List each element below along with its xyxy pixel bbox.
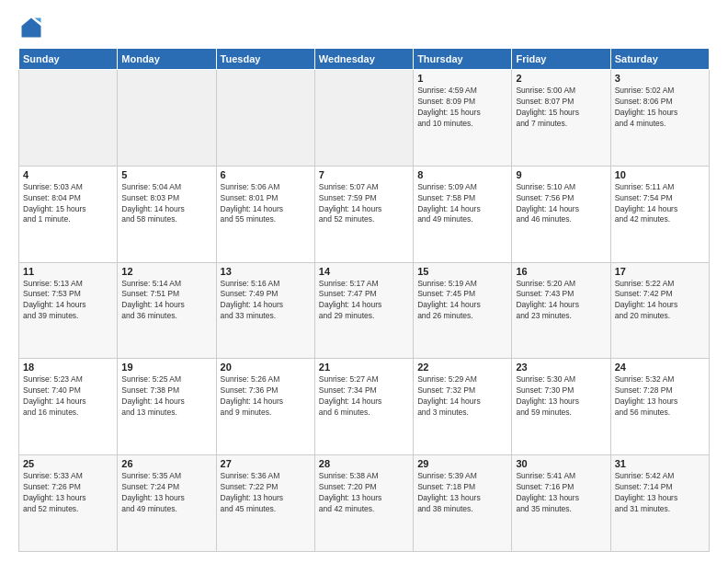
calendar-cell: 20Sunrise: 5:26 AM Sunset: 7:36 PM Dayli… — [216, 359, 314, 455]
day-info: Sunrise: 5:03 AM Sunset: 8:04 PM Dayligh… — [23, 182, 113, 226]
day-info: Sunrise: 5:30 AM Sunset: 7:30 PM Dayligh… — [516, 374, 606, 419]
calendar-cell — [19, 70, 118, 167]
calendar-cell: 14Sunrise: 5:17 AM Sunset: 7:47 PM Dayli… — [314, 262, 413, 359]
day-number: 4 — [23, 169, 113, 180]
day-number: 7 — [319, 169, 409, 180]
day-info: Sunrise: 5:00 AM Sunset: 8:07 PM Dayligh… — [516, 86, 606, 130]
calendar-cell: 13Sunrise: 5:16 AM Sunset: 7:49 PM Dayli… — [216, 262, 314, 359]
page: SundayMondayTuesdayWednesdayThursdayFrid… — [0, 0, 728, 563]
day-number: 2 — [516, 73, 606, 84]
day-info: Sunrise: 5:26 AM Sunset: 7:36 PM Dayligh… — [221, 374, 311, 419]
day-number: 18 — [23, 362, 113, 373]
calendar-cell: 7Sunrise: 5:07 AM Sunset: 7:59 PM Daylig… — [314, 166, 413, 262]
day-info: Sunrise: 5:42 AM Sunset: 7:14 PM Dayligh… — [615, 471, 705, 515]
day-info: Sunrise: 5:17 AM Sunset: 7:47 PM Dayligh… — [319, 279, 409, 323]
calendar-cell: 30Sunrise: 5:41 AM Sunset: 7:16 PM Dayli… — [512, 455, 610, 552]
calendar-cell: 23Sunrise: 5:30 AM Sunset: 7:30 PM Dayli… — [512, 359, 610, 455]
day-number: 26 — [121, 458, 211, 469]
weekday-header: Tuesday — [216, 49, 314, 70]
day-info: Sunrise: 5:06 AM Sunset: 8:01 PM Dayligh… — [221, 182, 311, 226]
day-number: 20 — [221, 362, 311, 373]
day-number: 5 — [121, 169, 211, 180]
day-info: Sunrise: 5:32 AM Sunset: 7:28 PM Dayligh… — [615, 374, 705, 419]
day-info: Sunrise: 5:14 AM Sunset: 7:51 PM Dayligh… — [121, 279, 211, 323]
day-number: 10 — [615, 169, 705, 180]
calendar-cell: 18Sunrise: 5:23 AM Sunset: 7:40 PM Dayli… — [19, 359, 118, 455]
calendar-cell: 8Sunrise: 5:09 AM Sunset: 7:58 PM Daylig… — [414, 166, 512, 262]
day-number: 31 — [615, 458, 705, 469]
day-number: 11 — [23, 266, 113, 277]
day-info: Sunrise: 5:41 AM Sunset: 7:16 PM Dayligh… — [516, 471, 606, 515]
day-info: Sunrise: 5:04 AM Sunset: 8:03 PM Dayligh… — [121, 182, 211, 226]
calendar-cell: 27Sunrise: 5:36 AM Sunset: 7:22 PM Dayli… — [216, 455, 314, 552]
calendar-cell: 17Sunrise: 5:22 AM Sunset: 7:42 PM Dayli… — [610, 262, 709, 359]
day-number: 15 — [417, 266, 507, 277]
day-number: 8 — [417, 169, 507, 180]
day-info: Sunrise: 5:29 AM Sunset: 7:32 PM Dayligh… — [417, 374, 507, 419]
day-number: 14 — [319, 266, 409, 277]
day-number: 17 — [615, 266, 705, 277]
day-number: 9 — [516, 169, 606, 180]
day-info: Sunrise: 5:11 AM Sunset: 7:54 PM Dayligh… — [615, 182, 705, 226]
header — [18, 15, 710, 40]
svg-marker-0 — [22, 18, 41, 38]
day-info: Sunrise: 5:09 AM Sunset: 7:58 PM Dayligh… — [417, 182, 507, 226]
day-info: Sunrise: 5:20 AM Sunset: 7:43 PM Dayligh… — [516, 279, 606, 323]
calendar-week-row: 25Sunrise: 5:33 AM Sunset: 7:26 PM Dayli… — [19, 455, 710, 552]
weekday-header: Friday — [512, 49, 610, 70]
calendar-week-row: 18Sunrise: 5:23 AM Sunset: 7:40 PM Dayli… — [19, 359, 710, 455]
calendar-week-row: 1Sunrise: 4:59 AM Sunset: 8:09 PM Daylig… — [19, 70, 710, 167]
calendar-cell: 3Sunrise: 5:02 AM Sunset: 8:06 PM Daylig… — [610, 70, 709, 167]
calendar-cell: 4Sunrise: 5:03 AM Sunset: 8:04 PM Daylig… — [19, 166, 118, 262]
day-number: 27 — [221, 458, 311, 469]
weekday-header: Thursday — [414, 49, 512, 70]
calendar-cell: 21Sunrise: 5:27 AM Sunset: 7:34 PM Dayli… — [314, 359, 413, 455]
calendar-cell: 1Sunrise: 4:59 AM Sunset: 8:09 PM Daylig… — [414, 70, 512, 167]
logo — [18, 15, 48, 40]
day-info: Sunrise: 5:16 AM Sunset: 7:49 PM Dayligh… — [221, 279, 311, 323]
weekday-header-row: SundayMondayTuesdayWednesdayThursdayFrid… — [19, 49, 710, 70]
day-number: 23 — [516, 362, 606, 373]
weekday-header: Monday — [118, 49, 216, 70]
calendar-cell — [216, 70, 314, 167]
day-info: Sunrise: 5:02 AM Sunset: 8:06 PM Dayligh… — [615, 86, 705, 130]
calendar-cell: 15Sunrise: 5:19 AM Sunset: 7:45 PM Dayli… — [414, 262, 512, 359]
calendar-cell: 26Sunrise: 5:35 AM Sunset: 7:24 PM Dayli… — [118, 455, 216, 552]
day-info: Sunrise: 5:38 AM Sunset: 7:20 PM Dayligh… — [319, 471, 409, 515]
day-number: 12 — [121, 266, 211, 277]
weekday-header: Wednesday — [314, 49, 413, 70]
calendar-cell: 25Sunrise: 5:33 AM Sunset: 7:26 PM Dayli… — [19, 455, 118, 552]
calendar-cell: 12Sunrise: 5:14 AM Sunset: 7:51 PM Dayli… — [118, 262, 216, 359]
day-number: 24 — [615, 362, 705, 373]
day-number: 21 — [319, 362, 409, 373]
day-info: Sunrise: 5:25 AM Sunset: 7:38 PM Dayligh… — [121, 374, 211, 419]
calendar-table: SundayMondayTuesdayWednesdayThursdayFrid… — [18, 48, 710, 552]
day-number: 19 — [121, 362, 211, 373]
day-info: Sunrise: 5:39 AM Sunset: 7:18 PM Dayligh… — [417, 471, 507, 515]
day-info: Sunrise: 5:23 AM Sunset: 7:40 PM Dayligh… — [23, 374, 113, 419]
day-info: Sunrise: 5:13 AM Sunset: 7:53 PM Dayligh… — [23, 279, 113, 323]
day-info: Sunrise: 5:35 AM Sunset: 7:24 PM Dayligh… — [121, 471, 211, 515]
calendar-cell: 24Sunrise: 5:32 AM Sunset: 7:28 PM Dayli… — [610, 359, 709, 455]
day-info: Sunrise: 5:19 AM Sunset: 7:45 PM Dayligh… — [417, 279, 507, 323]
weekday-header: Saturday — [610, 49, 709, 70]
day-number: 1 — [417, 73, 507, 84]
calendar-cell: 16Sunrise: 5:20 AM Sunset: 7:43 PM Dayli… — [512, 262, 610, 359]
calendar-cell: 6Sunrise: 5:06 AM Sunset: 8:01 PM Daylig… — [216, 166, 314, 262]
calendar-cell: 11Sunrise: 5:13 AM Sunset: 7:53 PM Dayli… — [19, 262, 118, 359]
calendar-week-row: 4Sunrise: 5:03 AM Sunset: 8:04 PM Daylig… — [19, 166, 710, 262]
calendar-cell — [314, 70, 413, 167]
day-number: 16 — [516, 266, 606, 277]
calendar-cell: 10Sunrise: 5:11 AM Sunset: 7:54 PM Dayli… — [610, 166, 709, 262]
calendar-cell — [118, 70, 216, 167]
calendar-cell: 29Sunrise: 5:39 AM Sunset: 7:18 PM Dayli… — [414, 455, 512, 552]
weekday-header: Sunday — [19, 49, 118, 70]
day-info: Sunrise: 4:59 AM Sunset: 8:09 PM Dayligh… — [417, 86, 507, 130]
calendar-cell: 22Sunrise: 5:29 AM Sunset: 7:32 PM Dayli… — [414, 359, 512, 455]
day-number: 3 — [615, 73, 705, 84]
day-info: Sunrise: 5:36 AM Sunset: 7:22 PM Dayligh… — [221, 471, 311, 515]
day-number: 30 — [516, 458, 606, 469]
calendar-cell: 9Sunrise: 5:10 AM Sunset: 7:56 PM Daylig… — [512, 166, 610, 262]
calendar-week-row: 11Sunrise: 5:13 AM Sunset: 7:53 PM Dayli… — [19, 262, 710, 359]
calendar-cell: 19Sunrise: 5:25 AM Sunset: 7:38 PM Dayli… — [118, 359, 216, 455]
